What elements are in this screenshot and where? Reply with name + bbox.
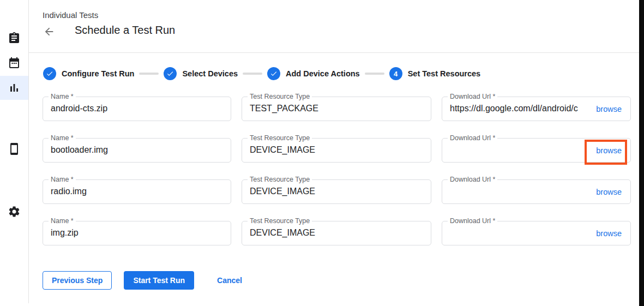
browse-button[interactable]: browse bbox=[594, 187, 624, 197]
name-input-label: Name * bbox=[49, 135, 76, 142]
step-number: 4 bbox=[389, 67, 402, 80]
check-icon bbox=[270, 70, 278, 77]
check-icon bbox=[166, 70, 174, 77]
calendar-icon bbox=[8, 56, 21, 69]
stepper-step-4[interactable]: 4Set Test Resources bbox=[389, 67, 481, 80]
stepper-step-label: Set Test Resources bbox=[408, 69, 481, 78]
step-complete-circle bbox=[267, 67, 280, 80]
resource-type-input-value: DEVICE_IMAGE bbox=[242, 180, 431, 203]
name-input-value: android-cts.zip bbox=[43, 97, 231, 120]
page-title: Schedule a Test Run bbox=[75, 24, 175, 37]
check-icon bbox=[46, 70, 53, 77]
bar-chart-icon bbox=[8, 81, 21, 94]
browse-button[interactable]: browse bbox=[594, 228, 624, 239]
name-input-value: radio.img bbox=[43, 180, 231, 203]
sidebar-item-tests[interactable] bbox=[8, 32, 21, 45]
resource-type-input[interactable]: Test Resource TypeDEVICE_IMAGE bbox=[242, 221, 431, 245]
download-url-input[interactable]: Download Url *https://dl.google.com/dl/a… bbox=[442, 97, 631, 121]
download-url-input[interactable]: Download Url *browse bbox=[442, 221, 631, 245]
stepper-connector bbox=[139, 73, 159, 75]
screen-right-edge bbox=[639, 0, 644, 306]
browse-button[interactable]: browse bbox=[594, 104, 624, 115]
arrow-back-icon bbox=[43, 26, 55, 38]
resource-type-input-value: DEVICE_IMAGE bbox=[242, 221, 431, 244]
stepper: Configure Test RunSelect DevicesAdd Devi… bbox=[43, 67, 480, 80]
name-input-label: Name * bbox=[49, 93, 76, 100]
name-input[interactable]: Name *bootloader.img bbox=[43, 138, 231, 163]
download-url-input[interactable]: Download Url *browse bbox=[442, 138, 631, 163]
download-url-input[interactable]: Download Url *browse bbox=[442, 179, 631, 204]
stepper-step-label: Select Devices bbox=[182, 69, 238, 78]
download-url-input-label: Download Url * bbox=[448, 176, 497, 183]
resource-type-input[interactable]: Test Resource TypeDEVICE_IMAGE bbox=[242, 179, 431, 204]
assignment-icon bbox=[8, 32, 21, 45]
gear-icon bbox=[8, 205, 21, 218]
resource-type-input-value: DEVICE_IMAGE bbox=[242, 139, 431, 161]
stepper-connector bbox=[365, 73, 384, 75]
download-url-input-label: Download Url * bbox=[448, 218, 497, 225]
resource-type-input-label: Test Resource Type bbox=[248, 93, 312, 100]
sidebar-item-devices[interactable] bbox=[8, 142, 21, 155]
stepper-step-3[interactable]: Add Device Actions bbox=[267, 67, 360, 80]
sidebar-item-settings[interactable] bbox=[8, 205, 21, 218]
name-input-label: Name * bbox=[49, 176, 76, 183]
name-input[interactable]: Name *android-cts.zip bbox=[43, 97, 231, 121]
resource-type-input[interactable]: Test Resource TypeDEVICE_IMAGE bbox=[242, 138, 431, 163]
stepper-connector bbox=[243, 73, 262, 75]
name-input[interactable]: Name *img.zip bbox=[43, 221, 231, 245]
download-url-input-label: Download Url * bbox=[448, 135, 497, 142]
back-button[interactable] bbox=[42, 25, 56, 39]
stepper-step-2[interactable]: Select Devices bbox=[164, 67, 238, 80]
resource-type-input[interactable]: Test Resource TypeTEST_PACKAGE bbox=[242, 97, 431, 121]
step-complete-circle bbox=[164, 67, 177, 80]
stepper-step-label: Configure Test Run bbox=[62, 69, 134, 78]
start-test-run-button[interactable]: Start Test Run bbox=[124, 271, 194, 290]
resource-type-input-label: Test Resource Type bbox=[248, 135, 312, 142]
form-actions: Previous Step Start Test Run Cancel bbox=[43, 271, 244, 290]
sidebar-item-test-runs[interactable] bbox=[8, 81, 21, 94]
page-header: Individual Tests Schedule a Test Run bbox=[29, 0, 639, 53]
test-resources-form: Name *android-cts.zipTest Resource TypeT… bbox=[43, 97, 631, 245]
resource-type-input-value: TEST_PACKAGE bbox=[242, 97, 431, 120]
sidebar bbox=[0, 0, 29, 303]
sidebar-item-test-plans[interactable] bbox=[8, 56, 21, 69]
stepper-step-1[interactable]: Configure Test Run bbox=[43, 67, 134, 80]
name-input-value: bootloader.img bbox=[43, 139, 231, 161]
resource-type-input-label: Test Resource Type bbox=[248, 176, 312, 183]
smartphone-icon bbox=[8, 142, 21, 155]
cancel-button[interactable]: Cancel bbox=[215, 271, 244, 290]
breadcrumb: Individual Tests bbox=[43, 10, 98, 20]
name-input[interactable]: Name *radio.img bbox=[43, 179, 231, 204]
name-input-value: img.zip bbox=[43, 221, 231, 244]
stepper-step-label: Add Device Actions bbox=[286, 69, 360, 78]
resource-type-input-label: Test Resource Type bbox=[248, 218, 312, 225]
download-url-input-label: Download Url * bbox=[448, 93, 497, 100]
step-complete-circle bbox=[43, 67, 56, 80]
test-station-app: Individual Tests Schedule a Test Run Con… bbox=[0, 0, 644, 306]
browse-button[interactable]: browse bbox=[594, 145, 624, 156]
name-input-label: Name * bbox=[49, 218, 76, 225]
previous-step-button[interactable]: Previous Step bbox=[43, 271, 112, 290]
